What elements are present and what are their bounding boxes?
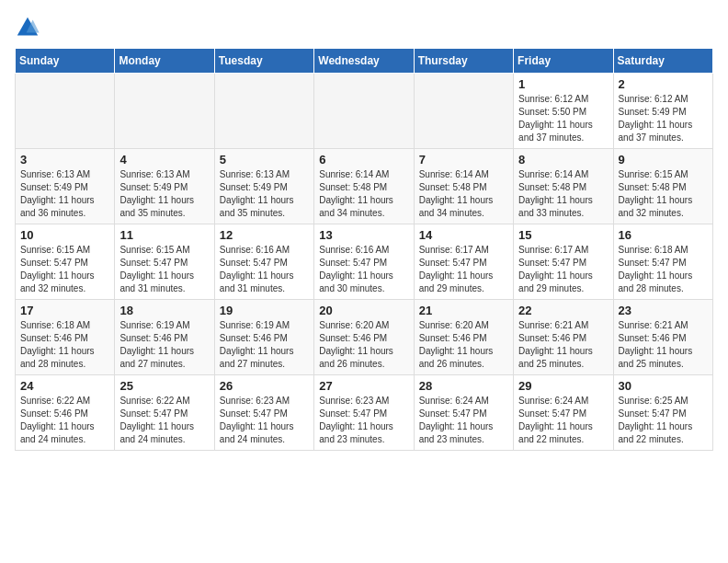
day-cell: 24Sunrise: 6:22 AM Sunset: 5:46 PM Dayli… xyxy=(16,375,115,451)
calendar-table: SundayMondayTuesdayWednesdayThursdayFrid… xyxy=(15,48,713,451)
day-number: 9 xyxy=(619,153,708,167)
day-number: 5 xyxy=(220,153,309,167)
day-cell xyxy=(115,74,214,149)
day-cell: 10Sunrise: 6:15 AM Sunset: 5:47 PM Dayli… xyxy=(16,224,115,300)
page-header xyxy=(15,15,713,40)
day-number: 26 xyxy=(220,379,309,393)
day-info: Sunrise: 6:25 AM Sunset: 5:47 PM Dayligh… xyxy=(619,395,708,446)
day-cell: 22Sunrise: 6:21 AM Sunset: 5:46 PM Dayli… xyxy=(514,300,613,375)
day-info: Sunrise: 6:14 AM Sunset: 5:48 PM Dayligh… xyxy=(319,168,408,220)
day-number: 17 xyxy=(20,304,109,317)
week-row-2: 3Sunrise: 6:13 AM Sunset: 5:49 PM Daylig… xyxy=(16,149,713,224)
day-number: 28 xyxy=(419,379,508,393)
column-header-wednesday: Wednesday xyxy=(314,49,414,74)
day-number: 20 xyxy=(319,304,408,317)
day-number: 27 xyxy=(319,379,408,393)
day-cell: 28Sunrise: 6:24 AM Sunset: 5:47 PM Dayli… xyxy=(414,375,513,451)
day-cell xyxy=(414,74,513,149)
day-cell: 8Sunrise: 6:14 AM Sunset: 5:48 PM Daylig… xyxy=(514,149,613,224)
column-header-sunday: Sunday xyxy=(16,49,115,74)
day-info: Sunrise: 6:19 AM Sunset: 5:46 PM Dayligh… xyxy=(119,319,209,371)
day-cell: 14Sunrise: 6:17 AM Sunset: 5:47 PM Dayli… xyxy=(414,224,513,300)
day-cell: 27Sunrise: 6:23 AM Sunset: 5:47 PM Dayli… xyxy=(314,375,414,451)
column-header-thursday: Thursday xyxy=(414,49,513,74)
day-number: 3 xyxy=(20,153,109,167)
day-number: 22 xyxy=(518,304,608,317)
day-number: 18 xyxy=(119,304,209,317)
day-cell: 29Sunrise: 6:24 AM Sunset: 5:47 PM Dayli… xyxy=(514,375,613,451)
column-header-friday: Friday xyxy=(514,49,613,74)
day-info: Sunrise: 6:14 AM Sunset: 5:48 PM Dayligh… xyxy=(419,168,508,220)
day-cell: 26Sunrise: 6:23 AM Sunset: 5:47 PM Dayli… xyxy=(214,375,313,451)
week-row-1: 1Sunrise: 6:12 AM Sunset: 5:50 PM Daylig… xyxy=(16,74,713,149)
column-header-saturday: Saturday xyxy=(613,49,712,74)
day-number: 19 xyxy=(220,304,309,317)
day-cell xyxy=(314,74,414,149)
day-info: Sunrise: 6:22 AM Sunset: 5:47 PM Dayligh… xyxy=(119,395,209,446)
day-info: Sunrise: 6:23 AM Sunset: 5:47 PM Dayligh… xyxy=(220,395,309,446)
day-info: Sunrise: 6:18 AM Sunset: 5:46 PM Dayligh… xyxy=(20,319,109,371)
day-info: Sunrise: 6:13 AM Sunset: 5:49 PM Dayligh… xyxy=(220,168,309,220)
day-number: 1 xyxy=(518,77,608,91)
day-cell: 23Sunrise: 6:21 AM Sunset: 5:46 PM Dayli… xyxy=(613,300,712,375)
day-cell: 21Sunrise: 6:20 AM Sunset: 5:46 PM Dayli… xyxy=(414,300,513,375)
day-info: Sunrise: 6:20 AM Sunset: 5:46 PM Dayligh… xyxy=(419,319,508,371)
day-cell: 20Sunrise: 6:20 AM Sunset: 5:46 PM Dayli… xyxy=(314,300,414,375)
logo xyxy=(15,15,44,40)
day-cell: 5Sunrise: 6:13 AM Sunset: 5:49 PM Daylig… xyxy=(214,149,313,224)
day-cell xyxy=(16,74,115,149)
day-info: Sunrise: 6:13 AM Sunset: 5:49 PM Dayligh… xyxy=(119,168,209,220)
day-cell: 13Sunrise: 6:16 AM Sunset: 5:47 PM Dayli… xyxy=(314,224,414,300)
day-number: 30 xyxy=(619,379,708,393)
day-cell: 17Sunrise: 6:18 AM Sunset: 5:46 PM Dayli… xyxy=(16,300,115,375)
day-info: Sunrise: 6:18 AM Sunset: 5:47 PM Dayligh… xyxy=(619,244,708,295)
day-cell xyxy=(214,74,313,149)
day-number: 16 xyxy=(619,228,708,242)
day-number: 7 xyxy=(419,153,508,167)
day-cell: 11Sunrise: 6:15 AM Sunset: 5:47 PM Dayli… xyxy=(115,224,214,300)
day-number: 10 xyxy=(20,228,109,242)
day-number: 12 xyxy=(220,228,309,242)
day-info: Sunrise: 6:23 AM Sunset: 5:47 PM Dayligh… xyxy=(319,395,408,446)
day-cell: 7Sunrise: 6:14 AM Sunset: 5:48 PM Daylig… xyxy=(414,149,513,224)
day-cell: 9Sunrise: 6:15 AM Sunset: 5:48 PM Daylig… xyxy=(613,149,712,224)
day-info: Sunrise: 6:12 AM Sunset: 5:50 PM Dayligh… xyxy=(518,93,608,144)
day-info: Sunrise: 6:24 AM Sunset: 5:47 PM Dayligh… xyxy=(518,395,608,446)
day-cell: 2Sunrise: 6:12 AM Sunset: 5:49 PM Daylig… xyxy=(613,74,712,149)
day-info: Sunrise: 6:15 AM Sunset: 5:48 PM Dayligh… xyxy=(619,168,708,220)
column-header-tuesday: Tuesday xyxy=(214,49,313,74)
week-row-4: 17Sunrise: 6:18 AM Sunset: 5:46 PM Dayli… xyxy=(16,300,713,375)
day-info: Sunrise: 6:16 AM Sunset: 5:47 PM Dayligh… xyxy=(319,244,408,295)
day-info: Sunrise: 6:16 AM Sunset: 5:47 PM Dayligh… xyxy=(220,244,309,295)
day-cell: 12Sunrise: 6:16 AM Sunset: 5:47 PM Dayli… xyxy=(214,224,313,300)
day-number: 15 xyxy=(518,228,608,242)
day-info: Sunrise: 6:15 AM Sunset: 5:47 PM Dayligh… xyxy=(20,244,109,295)
day-cell: 15Sunrise: 6:17 AM Sunset: 5:47 PM Dayli… xyxy=(514,224,613,300)
week-row-5: 24Sunrise: 6:22 AM Sunset: 5:46 PM Dayli… xyxy=(16,375,713,451)
day-cell: 3Sunrise: 6:13 AM Sunset: 5:49 PM Daylig… xyxy=(16,149,115,224)
day-info: Sunrise: 6:17 AM Sunset: 5:47 PM Dayligh… xyxy=(518,244,608,295)
day-number: 21 xyxy=(419,304,508,317)
day-number: 11 xyxy=(119,228,209,242)
day-cell: 4Sunrise: 6:13 AM Sunset: 5:49 PM Daylig… xyxy=(115,149,214,224)
day-number: 8 xyxy=(518,153,608,167)
day-number: 13 xyxy=(319,228,408,242)
day-cell: 16Sunrise: 6:18 AM Sunset: 5:47 PM Dayli… xyxy=(613,224,712,300)
day-number: 23 xyxy=(619,304,708,317)
day-info: Sunrise: 6:24 AM Sunset: 5:47 PM Dayligh… xyxy=(419,395,508,446)
day-info: Sunrise: 6:21 AM Sunset: 5:46 PM Dayligh… xyxy=(518,319,608,371)
column-header-monday: Monday xyxy=(115,49,214,74)
day-info: Sunrise: 6:17 AM Sunset: 5:47 PM Dayligh… xyxy=(419,244,508,295)
day-cell: 19Sunrise: 6:19 AM Sunset: 5:46 PM Dayli… xyxy=(214,300,313,375)
day-info: Sunrise: 6:22 AM Sunset: 5:46 PM Dayligh… xyxy=(20,395,109,446)
day-number: 24 xyxy=(20,379,109,393)
day-number: 25 xyxy=(119,379,209,393)
day-info: Sunrise: 6:21 AM Sunset: 5:46 PM Dayligh… xyxy=(619,319,708,371)
day-info: Sunrise: 6:15 AM Sunset: 5:47 PM Dayligh… xyxy=(119,244,209,295)
day-number: 14 xyxy=(419,228,508,242)
week-row-3: 10Sunrise: 6:15 AM Sunset: 5:47 PM Dayli… xyxy=(16,224,713,300)
day-cell: 18Sunrise: 6:19 AM Sunset: 5:46 PM Dayli… xyxy=(115,300,214,375)
day-cell: 25Sunrise: 6:22 AM Sunset: 5:47 PM Dayli… xyxy=(115,375,214,451)
logo-icon xyxy=(15,15,40,40)
day-info: Sunrise: 6:19 AM Sunset: 5:46 PM Dayligh… xyxy=(220,319,309,371)
